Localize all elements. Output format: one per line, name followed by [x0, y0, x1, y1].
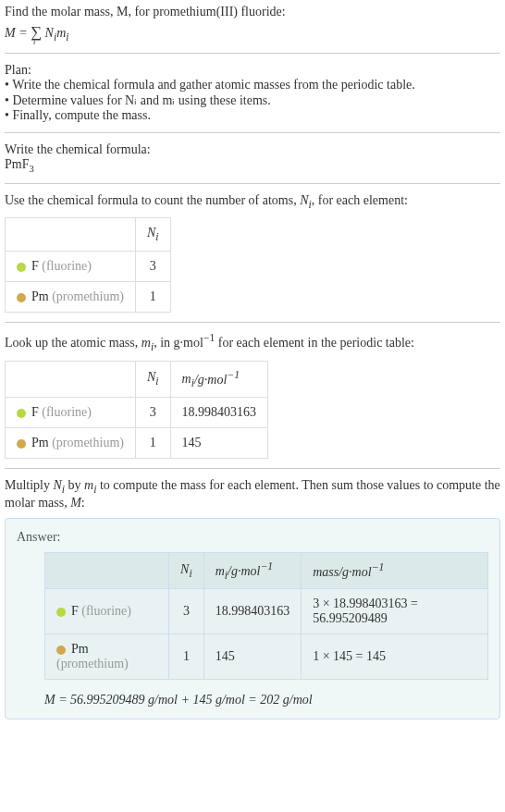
atom-count-table: Ni F (fluorine) 3 Pm (promethium) 1	[5, 217, 171, 313]
element-name: (fluorine)	[42, 405, 92, 419]
answer-box: Answer: Ni mi/g·mol−1 mass/g·mol−1 F (fl…	[5, 518, 500, 720]
count-atoms-text: Use the chemical formula to count the nu…	[5, 193, 500, 211]
element-dot-icon	[56, 608, 66, 617]
element-symbol: Pm	[71, 642, 89, 656]
sigma-sub: i	[33, 38, 35, 46]
table-header-row: Ni mi/g·mol−1	[6, 361, 268, 397]
element-symbol: F	[71, 604, 79, 618]
formula-lhs: M =	[5, 26, 31, 40]
element-name: (promethium)	[52, 289, 124, 303]
element-cell: Pm (promethium)	[6, 428, 136, 459]
mass-value: 3 × 18.998403163 = 56.995209489	[302, 589, 488, 634]
element-cell: Pm (promethium)	[6, 282, 136, 313]
empty-header	[45, 552, 169, 588]
plan-list: Write the chemical formula and gather at…	[5, 78, 500, 123]
element-dot-icon	[17, 263, 26, 272]
ni-value: 1	[135, 282, 170, 313]
element-cell: Pm (promethium)	[45, 634, 169, 680]
ni-value: 1	[135, 428, 170, 459]
ni-header: Ni	[135, 361, 170, 397]
table-row: Pm (promethium) 1 145	[6, 428, 268, 459]
table-row: F (fluorine) 3	[6, 252, 171, 282]
answer-table: Ni mi/g·mol−1 mass/g·mol−1 F (fluorine) …	[44, 552, 488, 680]
element-dot-icon	[17, 439, 26, 449]
mi-header: mi/g·mol−1	[203, 552, 302, 588]
table-header-row: Ni	[6, 218, 171, 252]
plan-item: Write the chemical formula and gather at…	[5, 78, 500, 92]
formula-base: PmF	[5, 157, 29, 171]
element-symbol: F	[31, 259, 39, 273]
element-symbol: Pm	[31, 289, 49, 303]
element-dot-icon	[17, 409, 26, 418]
formula-subscript: 3	[29, 164, 33, 174]
element-cell: F (fluorine)	[45, 589, 169, 634]
ni-value: 1	[169, 634, 204, 680]
divider	[5, 132, 500, 133]
mi-value: 18.998403163	[170, 398, 268, 428]
element-cell: F (fluorine)	[6, 398, 136, 428]
element-name: (fluorine)	[81, 604, 131, 618]
table-header-row: Ni mi/g·mol−1 mass/g·mol−1	[45, 552, 488, 588]
atomic-mass-section: Look up the atomic mass, mi, in g·mol−1 …	[5, 332, 500, 459]
divider	[5, 183, 500, 184]
atomic-mass-table: Ni mi/g·mol−1 F (fluorine) 3 18.99840316…	[5, 361, 268, 459]
element-dot-icon	[56, 646, 66, 655]
table-row: F (fluorine) 3 18.998403163	[6, 398, 268, 428]
write-formula-label: Write the chemical formula:	[5, 142, 500, 157]
formula-rhs: Nimi	[42, 26, 68, 40]
chemical-formula-section: Write the chemical formula: PmF3	[5, 142, 500, 174]
ni-value: 3	[135, 252, 170, 282]
page-title: Find the molar mass, M, for promethium(I…	[5, 5, 500, 19]
sigma-symbol: ∑i	[31, 23, 42, 41]
element-symbol: Pm	[31, 436, 49, 449]
ni-header: Ni	[135, 218, 170, 252]
element-symbol: F	[31, 405, 39, 419]
empty-header	[6, 218, 136, 252]
empty-header	[6, 361, 136, 397]
element-name: (fluorine)	[42, 259, 92, 273]
table-row: Pm (promethium) 1	[6, 282, 171, 313]
element-cell: F (fluorine)	[6, 252, 136, 282]
mi-header: mi/g·mol−1	[170, 361, 268, 397]
mi-value: 18.998403163	[203, 589, 302, 634]
ni-value: 3	[135, 398, 170, 428]
mi-value: 145	[203, 634, 302, 680]
title-section: Find the molar mass, M, for promethium(I…	[5, 5, 500, 43]
multiply-text: Multiply Ni by mi to compute the mass fo…	[5, 478, 500, 511]
molar-mass-formula: M = ∑i Nimi	[5, 23, 500, 43]
element-name: (promethium)	[56, 657, 129, 671]
plan-item: Determine values for Nᵢ and mᵢ using the…	[5, 92, 500, 108]
count-atoms-section: Use the chemical formula to count the nu…	[5, 193, 500, 314]
element-dot-icon	[17, 293, 26, 302]
ni-header: Ni	[169, 552, 204, 588]
divider	[5, 322, 500, 323]
mass-header: mass/g·mol−1	[302, 552, 488, 588]
ni-value: 3	[169, 589, 204, 634]
plan-label: Plan:	[5, 63, 500, 78]
answer-label: Answer:	[17, 530, 488, 545]
table-row: Pm (promethium) 1 145 1 × 145 = 145	[45, 634, 488, 680]
divider	[5, 53, 500, 54]
final-answer: M = 56.995209489 g/mol + 145 g/mol = 202…	[44, 693, 488, 707]
lookup-text: Look up the atomic mass, mi, in g·mol−1 …	[5, 332, 500, 352]
divider	[5, 468, 500, 469]
table-row: F (fluorine) 3 18.998403163 3 × 18.99840…	[45, 589, 488, 634]
mi-value: 145	[170, 428, 268, 459]
element-name: (promethium)	[52, 436, 124, 449]
plan-section: Plan: Write the chemical formula and gat…	[5, 63, 500, 123]
chemical-formula: PmF3	[5, 157, 500, 174]
mass-value: 1 × 145 = 145	[302, 634, 488, 680]
plan-item: Finally, compute the mass.	[5, 108, 500, 123]
multiply-section: Multiply Ni by mi to compute the mass fo…	[5, 478, 500, 720]
